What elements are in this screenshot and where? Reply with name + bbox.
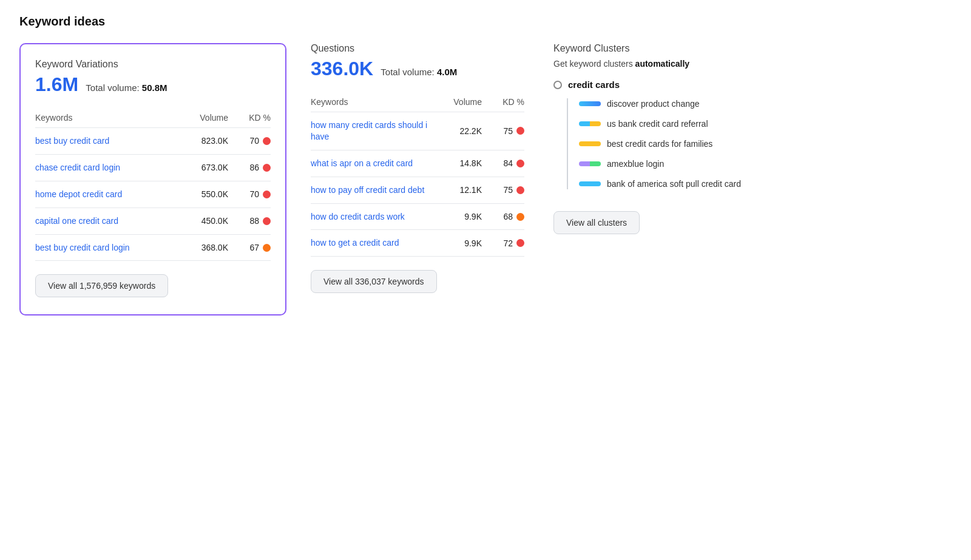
keyword-link[interactable]: how to get a credit card	[311, 237, 433, 249]
kd-cell: 88	[228, 216, 271, 226]
keyword-link[interactable]: best buy credit card login	[35, 242, 180, 254]
keyword-link[interactable]: best buy credit card	[35, 135, 180, 147]
cluster-root-dot	[553, 81, 562, 89]
questions-view-all-button[interactable]: View all 336,037 keywords	[311, 270, 437, 293]
kd-dot	[516, 186, 524, 194]
table-row: how do credit cards work 9.9K 68	[311, 204, 524, 231]
cluster-child: bank of america soft pull credit card	[579, 178, 952, 190]
keyword-link[interactable]: how do credit cards work	[311, 211, 433, 223]
variations-table-header: Keywords Volume KD %	[35, 107, 271, 128]
questions-label: Questions	[311, 43, 524, 54]
variations-view-all-button[interactable]: View all 1,576,959 keywords	[35, 274, 168, 297]
kd-cell: 75	[482, 185, 524, 195]
table-row: how many credit cards should i have 22.2…	[311, 112, 524, 150]
questions-table-header: Keywords Volume KD %	[311, 91, 524, 112]
table-row: how to pay off credit card debt 12.1K 75	[311, 177, 524, 204]
kd-cell: 86	[228, 163, 271, 172]
kd-cell: 67	[228, 243, 271, 252]
table-row: best buy credit card 823.0K 70	[35, 128, 271, 155]
cluster-child: best credit cards for families	[579, 138, 952, 150]
volume-cell: 9.9K	[433, 238, 482, 248]
keyword-link[interactable]: home depot credit card	[35, 189, 180, 200]
keyword-link[interactable]: how to pay off credit card debt	[311, 184, 433, 196]
variations-big-number: 1.6M	[35, 73, 78, 95]
clusters-subtitle: Get keyword clusters automatically	[553, 59, 952, 69]
questions-big-number: 336.0K	[311, 58, 373, 79]
variations-col-kd: KD %	[228, 113, 271, 123]
questions-table-body: how many credit cards should i have 22.2…	[311, 112, 524, 257]
variations-table-body: best buy credit card 823.0K 70 chase cre…	[35, 128, 271, 261]
cluster-child-label: discover product change	[607, 98, 700, 110]
volume-cell: 450.0K	[180, 216, 228, 226]
volume-cell: 368.0K	[180, 243, 228, 252]
cluster-bar	[579, 161, 601, 166]
keyword-link[interactable]: capital one credit card	[35, 215, 180, 227]
clusters-view-all-button[interactable]: View all clusters	[553, 211, 640, 234]
keyword-link[interactable]: how many credit cards should i have	[311, 120, 433, 143]
section-questions: Questions 336.0K Total volume: 4.0M Keyw…	[306, 43, 549, 293]
questions-col-keywords: Keywords	[311, 97, 433, 107]
volume-cell: 550.0K	[180, 189, 228, 199]
kd-cell: 84	[482, 158, 524, 168]
kd-dot	[516, 127, 524, 135]
kd-dot	[516, 239, 524, 247]
kd-cell: 70	[228, 136, 271, 146]
cluster-child-label: us bank credit card referral	[607, 118, 708, 130]
table-row: how to get a credit card 9.9K 72	[311, 230, 524, 257]
variations-col-volume: Volume	[180, 113, 228, 123]
volume-cell: 14.8K	[433, 158, 482, 168]
volume-cell: 9.9K	[433, 212, 482, 221]
table-row: capital one credit card 450.0K 88	[35, 208, 271, 235]
cluster-children: discover product change us bank credit c…	[567, 98, 952, 189]
page-title: Keyword ideas	[19, 15, 952, 29]
clusters-label: Keyword Clusters	[553, 43, 952, 54]
kd-dot	[516, 213, 524, 221]
volume-cell: 823.0K	[180, 136, 228, 146]
volume-cell: 673.0K	[180, 163, 228, 172]
cluster-child: amexblue login	[579, 158, 952, 170]
variations-label: Keyword Variations	[35, 59, 271, 70]
cluster-bar	[579, 141, 601, 146]
table-row: what is apr on a credit card 14.8K 84	[311, 150, 524, 177]
variations-total: Total volume: 50.8M	[86, 83, 167, 93]
kd-dot	[263, 137, 271, 145]
kd-dot	[263, 191, 271, 198]
questions-total: Total volume: 4.0M	[381, 67, 457, 77]
table-row: home depot credit card 550.0K 70	[35, 181, 271, 208]
variations-col-keywords: Keywords	[35, 113, 180, 123]
section-variations: Keyword Variations 1.6M Total volume: 50…	[19, 43, 286, 315]
kd-cell: 68	[482, 212, 524, 221]
kd-dot	[263, 164, 271, 172]
kd-cell: 72	[482, 238, 524, 248]
cluster-bar	[579, 121, 601, 126]
cluster-root: credit cards	[553, 79, 952, 90]
cluster-child-label: amexblue login	[607, 158, 664, 170]
keyword-link[interactable]: chase credit card login	[35, 162, 180, 174]
cluster-root-label: credit cards	[568, 79, 620, 90]
kd-dot	[263, 244, 271, 252]
kd-cell: 75	[482, 126, 524, 136]
keyword-link[interactable]: what is apr on a credit card	[311, 158, 433, 169]
table-row: best buy credit card login 368.0K 67	[35, 235, 271, 261]
cluster-bar	[579, 181, 601, 186]
volume-cell: 12.1K	[433, 185, 482, 195]
kd-dot	[263, 217, 271, 225]
cluster-child-label: best credit cards for families	[607, 138, 712, 150]
sections-row: Keyword Variations 1.6M Total volume: 50…	[19, 43, 952, 315]
cluster-child: us bank credit card referral	[579, 118, 952, 130]
kd-cell: 70	[228, 189, 271, 199]
kd-dot	[516, 160, 524, 167]
cluster-child: discover product change	[579, 98, 952, 110]
cluster-child-label: bank of america soft pull credit card	[607, 178, 741, 190]
questions-col-kd: KD %	[482, 97, 524, 107]
table-row: chase credit card login 673.0K 86	[35, 155, 271, 181]
questions-col-volume: Volume	[433, 97, 482, 107]
cluster-bar	[579, 101, 601, 106]
volume-cell: 22.2K	[433, 126, 482, 136]
section-clusters: Keyword Clusters Get keyword clusters au…	[549, 43, 952, 234]
